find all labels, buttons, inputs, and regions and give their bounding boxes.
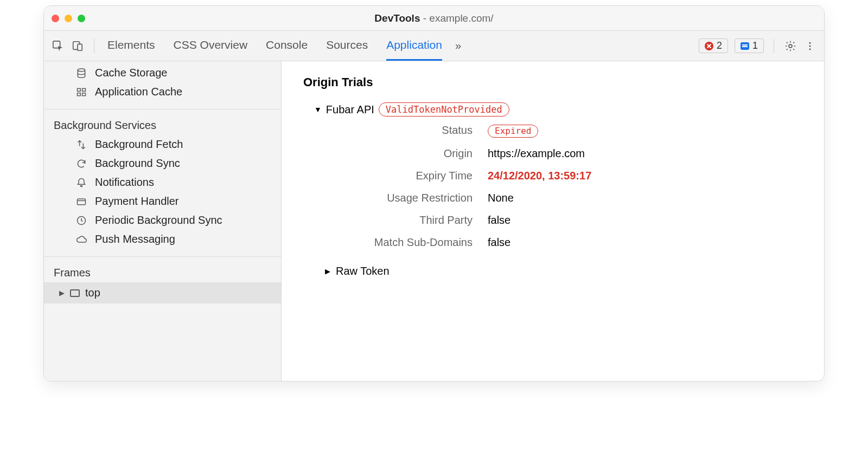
sidebar-item-label: Application Cache: [95, 86, 182, 98]
svg-point-6: [809, 48, 811, 50]
errors-count: 2: [717, 40, 722, 51]
minimize-window-button[interactable]: [65, 15, 72, 22]
sidebar-group-frames: Frames ▶ top: [44, 257, 281, 311]
tab-elements[interactable]: Elements: [107, 31, 155, 61]
trial-status-pill: ValidTokenNotProvided: [379, 102, 509, 117]
sidebar-item-label: Background Fetch: [95, 138, 183, 151]
card-icon: [75, 196, 87, 208]
usage-value: None: [488, 192, 802, 204]
svg-point-7: [78, 68, 85, 71]
transfer-icon: [75, 139, 87, 151]
expiry-value: 24/12/2020, 13:59:17: [488, 170, 802, 182]
expand-triangle-icon[interactable]: ▶: [59, 289, 65, 297]
expiry-label: Expiry Time: [325, 170, 488, 182]
svg-point-4: [809, 42, 811, 43]
third-party-label: Third Party: [325, 214, 488, 227]
messages-badge[interactable]: 1: [735, 38, 764, 53]
svg-rect-10: [78, 93, 81, 95]
window-controls: [52, 15, 85, 22]
svg-rect-12: [78, 199, 86, 205]
sidebar-item-notifications[interactable]: Notifications: [44, 173, 281, 192]
third-party-value: false: [488, 214, 802, 227]
database-icon: [75, 67, 87, 79]
sidebar-item-background-fetch[interactable]: Background Fetch: [44, 135, 281, 154]
svg-rect-2: [78, 44, 82, 50]
sidebar-item-cache-storage[interactable]: Cache Storage: [44, 63, 281, 82]
tab-application[interactable]: Application: [386, 31, 442, 61]
cloud-icon: [75, 234, 87, 245]
origin-value: https://example.com: [488, 147, 802, 160]
status-value: Expired: [488, 124, 802, 138]
bell-icon: [75, 177, 87, 189]
svg-point-5: [809, 45, 811, 47]
panel-tabs: Elements CSS Overview Console Sources Ap…: [107, 31, 442, 61]
raw-token-label: Raw Token: [336, 265, 390, 277]
svg-rect-9: [82, 88, 86, 91]
status-label: Status: [325, 124, 488, 138]
devtools-toolbar: Elements CSS Overview Console Sources Ap…: [44, 31, 824, 61]
more-options-icon[interactable]: [803, 40, 816, 53]
sync-icon: [75, 158, 87, 170]
errors-badge[interactable]: 2: [699, 38, 728, 53]
trial-row[interactable]: ▼ Fubar API ValidTokenNotProvided: [314, 102, 802, 117]
sidebar-item-background-sync[interactable]: Background Sync: [44, 154, 281, 173]
panel-body: Cache Storage Application Cache Backgrou…: [44, 61, 824, 381]
sidebar-item-label: Background Sync: [95, 157, 180, 170]
toolbar-separator: [94, 39, 94, 53]
sidebar-group-cache: Cache Storage Application Cache: [44, 61, 281, 109]
message-icon: [741, 42, 749, 50]
sidebar-item-label: Notifications: [95, 176, 154, 189]
error-icon: [705, 42, 713, 50]
trial-name: Fubar API: [326, 104, 374, 116]
zoom-window-button[interactable]: [78, 15, 85, 22]
sidebar-item-application-cache[interactable]: Application Cache: [44, 82, 281, 101]
inspect-element-icon[interactable]: [52, 40, 65, 53]
titlebar: DevTools - example.com/: [44, 6, 824, 31]
grid-icon: [75, 86, 87, 98]
title-url: example.com/: [429, 12, 493, 24]
sidebar-item-label: Payment Handler: [95, 195, 179, 208]
frame-icon: [70, 289, 80, 297]
match-subdomains-label: Match Sub-Domains: [325, 236, 488, 249]
sidebar-header-frames: Frames: [44, 261, 281, 282]
svg-point-3: [789, 44, 792, 48]
device-toggle-icon[interactable]: [71, 40, 84, 53]
collapse-triangle-icon[interactable]: ▼: [314, 105, 322, 114]
tab-console[interactable]: Console: [266, 31, 308, 61]
origin-trials-panel: Origin Trials ▼ Fubar API ValidTokenNotP…: [282, 61, 824, 381]
sidebar-item-label: Cache Storage: [95, 67, 167, 79]
raw-token-row[interactable]: ▶ Raw Token: [325, 265, 802, 277]
sidebar-header-background: Background Services: [44, 114, 281, 135]
page-title: Origin Trials: [303, 75, 802, 89]
sidebar-group-background: Background Services Background Fetch Bac…: [44, 109, 281, 257]
devtools-window: DevTools - example.com/ Elements CSS Ove…: [43, 5, 825, 382]
more-tabs-icon[interactable]: »: [452, 40, 464, 52]
sidebar-item-label: Push Messaging: [95, 233, 175, 245]
sidebar-item-payment-handler[interactable]: Payment Handler: [44, 192, 281, 211]
application-sidebar: Cache Storage Application Cache Backgrou…: [44, 61, 282, 381]
origin-label: Origin: [325, 147, 488, 160]
frames-top-label: top: [85, 287, 100, 299]
expired-pill: Expired: [488, 125, 538, 138]
tab-sources[interactable]: Sources: [326, 31, 368, 61]
sidebar-item-push-messaging[interactable]: Push Messaging: [44, 230, 281, 249]
svg-rect-8: [78, 88, 81, 91]
tab-css-overview[interactable]: CSS Overview: [174, 31, 248, 61]
usage-label: Usage Restriction: [325, 192, 488, 204]
window-title: DevTools - example.com/: [44, 12, 824, 24]
messages-count: 1: [752, 40, 758, 51]
close-window-button[interactable]: [52, 15, 59, 22]
frames-top-item[interactable]: ▶ top: [44, 282, 281, 303]
trial-details: Status Expired Origin https://example.co…: [325, 124, 802, 249]
svg-rect-11: [82, 93, 86, 95]
sidebar-item-periodic-sync[interactable]: Periodic Background Sync: [44, 211, 281, 230]
expand-triangle-icon[interactable]: ▶: [325, 267, 330, 275]
settings-icon[interactable]: [784, 40, 797, 53]
clock-icon: [75, 215, 87, 227]
toolbar-separator: [774, 39, 774, 53]
title-sep: -: [420, 12, 429, 24]
title-app: DevTools: [374, 12, 420, 24]
sidebar-item-label: Periodic Background Sync: [95, 214, 222, 227]
match-subdomains-value: false: [488, 236, 802, 249]
